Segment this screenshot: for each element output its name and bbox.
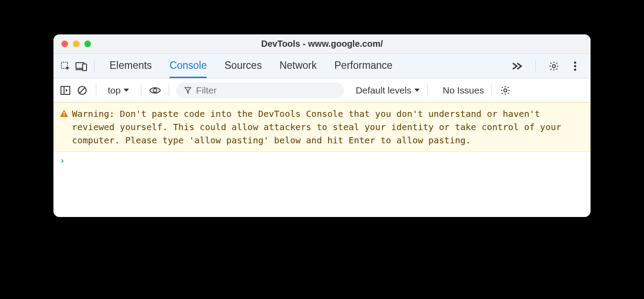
close-window-button[interactable] <box>61 41 68 47</box>
divider <box>535 60 536 72</box>
tab-network[interactable]: Network <box>280 54 317 78</box>
filter-input[interactable] <box>196 85 336 96</box>
maximize-window-button[interactable] <box>84 41 91 47</box>
settings-gear-icon[interactable] <box>547 60 561 73</box>
panel-tabs: Elements Console Sources Network Perform… <box>110 54 508 78</box>
chevron-down-icon <box>123 88 129 93</box>
tabbar-right-actions <box>511 60 585 73</box>
svg-point-6 <box>574 68 576 71</box>
console-warning-row: Warning: Don't paste code into the DevTo… <box>53 102 591 152</box>
tabbar: Elements Console Sources Network Perform… <box>53 54 591 78</box>
svg-rect-12 <box>64 116 64 116</box>
divider <box>169 84 169 97</box>
svg-point-9 <box>153 89 157 92</box>
console-prompt[interactable]: › <box>53 152 591 169</box>
tab-elements[interactable]: Elements <box>110 54 152 78</box>
tab-sources[interactable]: Sources <box>224 54 261 78</box>
console-toolbar: top Default levels No Issues <box>53 78 591 102</box>
more-tabs-icon[interactable] <box>511 60 524 73</box>
traffic-lights <box>53 41 91 47</box>
filter-pill[interactable] <box>176 82 344 98</box>
device-toolbar-icon[interactable] <box>75 60 88 73</box>
divider <box>96 84 96 97</box>
levels-label: Default levels <box>356 85 411 96</box>
divider <box>427 84 428 97</box>
svg-point-5 <box>574 65 576 67</box>
titlebar: DevTools - www.google.com/ <box>53 34 591 54</box>
minimize-window-button[interactable] <box>73 41 80 47</box>
execution-context-select[interactable]: top <box>103 83 134 97</box>
divider <box>141 84 141 97</box>
clear-console-icon[interactable] <box>76 84 89 97</box>
chevron-down-icon <box>414 88 420 93</box>
svg-rect-2 <box>83 64 87 71</box>
tab-console[interactable]: Console <box>170 54 207 78</box>
console-settings-gear-icon[interactable] <box>499 84 512 97</box>
devtools-window: DevTools - www.google.com/ Elements Cons… <box>53 34 591 217</box>
console-body: Warning: Don't paste code into the DevTo… <box>53 102 591 217</box>
prompt-caret-icon: › <box>60 155 65 166</box>
toggle-sidebar-icon[interactable] <box>59 84 72 97</box>
svg-rect-11 <box>64 112 64 115</box>
warning-message: Warning: Don't paste code into the DevTo… <box>72 107 584 147</box>
kebab-menu-icon[interactable] <box>568 60 582 73</box>
filter-icon <box>184 86 192 94</box>
svg-rect-7 <box>61 86 70 94</box>
svg-point-4 <box>574 61 576 64</box>
svg-point-10 <box>504 89 507 92</box>
log-levels-select[interactable]: Default levels <box>356 85 420 96</box>
divider <box>94 60 95 72</box>
svg-point-3 <box>553 64 556 67</box>
inspect-element-icon[interactable] <box>59 60 72 73</box>
warning-triangle-icon <box>60 109 68 118</box>
divider <box>491 84 492 97</box>
tab-performance[interactable]: Performance <box>334 54 393 78</box>
window-title: DevTools - www.google.com/ <box>53 39 591 49</box>
issues-button[interactable]: No Issues <box>443 85 484 96</box>
context-label: top <box>108 85 121 96</box>
live-expression-eye-icon[interactable] <box>148 84 162 97</box>
